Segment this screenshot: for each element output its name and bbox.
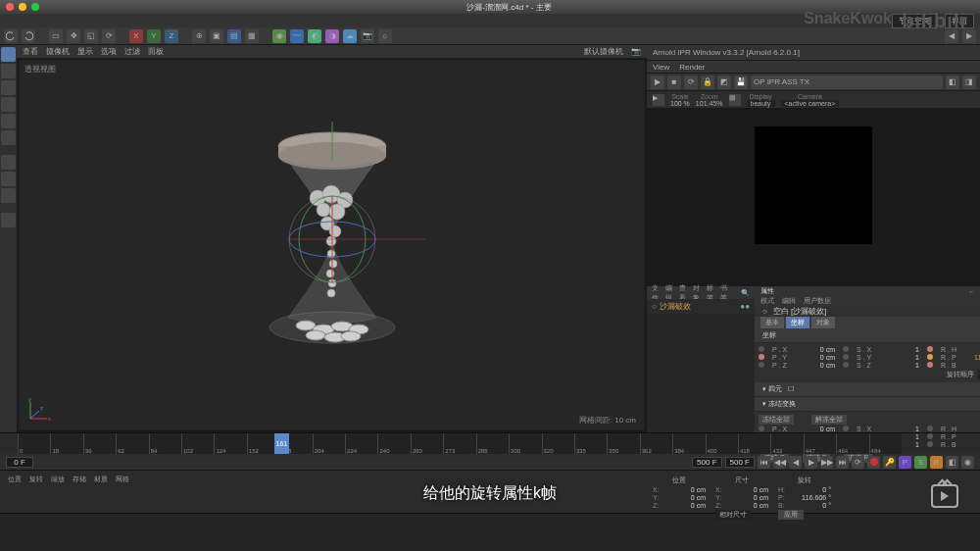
undo-icon[interactable]: [4, 29, 18, 43]
spline-icon[interactable]: 〰: [290, 29, 304, 43]
vp-camera-label[interactable]: 默认摄像机: [584, 46, 623, 57]
render-canvas[interactable]: [755, 126, 872, 244]
key-pos-icon[interactable]: P: [899, 456, 911, 469]
axis-y-button[interactable]: Y: [147, 29, 161, 43]
key-param-icon[interactable]: ◧: [946, 456, 958, 469]
timeline-tick[interactable]: 260: [411, 433, 443, 454]
project-end[interactable]: 500 F: [725, 457, 755, 468]
go-fwd-icon[interactable]: ▶: [962, 29, 976, 43]
ipr-color-icon[interactable]: ◧: [946, 75, 959, 89]
scene-object-hourglass[interactable]: [229, 122, 435, 369]
texture-mode-icon[interactable]: [1, 130, 16, 145]
timeline-ruler[interactable]: 0183662841021241521782042242402602732883…: [18, 433, 902, 454]
key-rot-icon[interactable]: R: [930, 456, 943, 469]
timeline-tick[interactable]: 204: [313, 433, 345, 454]
dropdown-layout[interactable]: 界面: [945, 14, 974, 28]
camera-dropdown[interactable]: <active camera>: [781, 100, 840, 107]
object-tree-row[interactable]: ○ 沙漏破效 ●●: [647, 299, 755, 314]
record-icon[interactable]: [867, 456, 880, 469]
point-mode-icon[interactable]: [1, 80, 16, 95]
timeline-tick[interactable]: 447: [804, 433, 836, 454]
axis-x-button[interactable]: X: [129, 29, 143, 43]
environment-icon[interactable]: ☁: [343, 29, 357, 43]
generator-icon[interactable]: ◐: [308, 29, 321, 43]
poly-mode-icon[interactable]: [1, 114, 16, 128]
tab-object[interactable]: 对象: [811, 317, 835, 328]
snap-icon[interactable]: [1, 172, 16, 186]
timeline-tick[interactable]: 62: [116, 433, 148, 454]
timeline-tick[interactable]: 18: [50, 433, 82, 454]
playhead[interactable]: 161: [274, 433, 290, 454]
tab-basic[interactable]: 基本: [760, 317, 784, 328]
dropdown-nodespace[interactable]: 节点空间: [892, 14, 937, 28]
vp-view[interactable]: 查看: [23, 46, 38, 57]
timeline-tick[interactable]: 300: [509, 433, 541, 454]
goto-end-icon[interactable]: ⏭: [836, 456, 849, 469]
picture-viewer-icon[interactable]: ▦: [245, 29, 259, 43]
timeline-tick[interactable]: 84: [149, 433, 181, 454]
key-scale-icon[interactable]: S: [914, 456, 927, 469]
ipr-stop-icon[interactable]: ■: [667, 75, 681, 89]
visibility-dots-icon[interactable]: ●●: [740, 302, 750, 311]
range-end[interactable]: 500 F: [692, 457, 721, 468]
timeline-tick[interactable]: 0: [18, 433, 50, 454]
coord-mode-icon[interactable]: ⊕: [192, 29, 206, 43]
timeline-tick[interactable]: 320: [542, 433, 574, 454]
timeline-tick[interactable]: 384: [672, 433, 705, 454]
timeline-tick[interactable]: 240: [377, 433, 410, 454]
object-mode-icon[interactable]: [1, 64, 16, 78]
maximize-icon[interactable]: [31, 3, 39, 11]
nav-back-icon[interactable]: ←: [969, 288, 976, 295]
arnold-tab-render[interactable]: Render: [679, 63, 705, 72]
ipr-play-icon[interactable]: ▶: [651, 75, 664, 89]
vp-filter[interactable]: 过滤: [124, 46, 140, 57]
step-back-icon[interactable]: ◀◀: [773, 456, 786, 469]
camera-icon[interactable]: 📷: [361, 29, 374, 43]
render-icon[interactable]: ▣: [210, 29, 223, 43]
ipr-text-icon[interactable]: OP IPR ASS TX: [751, 75, 943, 89]
play-fwd-icon[interactable]: ▶: [805, 456, 817, 469]
size-mode-drop[interactable]: 相对尺寸: [715, 510, 751, 520]
apply-button[interactable]: 应用: [778, 510, 804, 520]
render-settings-icon[interactable]: ▤: [227, 29, 241, 43]
timeline-tick[interactable]: 464: [836, 433, 868, 454]
timeline-tick[interactable]: 224: [345, 433, 377, 454]
ipr-snapshot-icon[interactable]: ◩: [717, 75, 731, 89]
primitive-cube-icon[interactable]: ◉: [272, 29, 286, 43]
vp-camera[interactable]: 摄像机: [46, 46, 70, 57]
search-icon[interactable]: 🔍: [741, 289, 750, 297]
timeline-tick[interactable]: 124: [214, 433, 246, 454]
redo-icon[interactable]: [22, 29, 35, 43]
timeline-tick[interactable]: 36: [83, 433, 116, 454]
ipr-lock-icon[interactable]: 🔒: [701, 75, 714, 89]
workplane-icon[interactable]: [1, 188, 16, 203]
timeline-tick[interactable]: 102: [181, 433, 214, 454]
axis-z-button[interactable]: Z: [165, 29, 178, 43]
channel-icon[interactable]: ▤: [729, 94, 741, 106]
timeline-tick[interactable]: 484: [869, 433, 902, 454]
range-start[interactable]: 0 F: [6, 457, 33, 468]
step-fwd-icon[interactable]: ▶▶: [820, 456, 833, 469]
timeline-tick[interactable]: 273: [443, 433, 475, 454]
key-pla-icon[interactable]: ◉: [961, 456, 974, 469]
timeline-tick[interactable]: 288: [476, 433, 509, 454]
freeze-all-button[interactable]: 冻结全部: [759, 415, 794, 425]
vp-camera-icon[interactable]: 📷: [631, 47, 641, 56]
edge-mode-icon[interactable]: [1, 97, 16, 112]
timeline-tick[interactable]: 362: [640, 433, 672, 454]
viewport-canvas[interactable]: 透视视图: [19, 60, 645, 430]
soft-select-icon[interactable]: [1, 213, 16, 227]
timeline-tick[interactable]: 400: [706, 433, 738, 454]
select-tool-icon[interactable]: ▭: [49, 29, 63, 43]
timeline-tick[interactable]: 335: [574, 433, 607, 454]
move-tool-icon[interactable]: ✥: [67, 29, 80, 43]
vp-display[interactable]: 显示: [77, 46, 93, 57]
quat-checkbox[interactable]: ☐: [788, 385, 794, 392]
loop-icon[interactable]: ⟳: [852, 456, 864, 469]
object-name[interactable]: 沙漏破效: [660, 301, 691, 312]
vp-panel[interactable]: 面板: [148, 46, 164, 57]
go-back-icon[interactable]: ◀: [945, 29, 958, 43]
light-icon[interactable]: ☼: [378, 29, 392, 43]
timeline-tick[interactable]: 418: [738, 433, 770, 454]
model-mode-icon[interactable]: [1, 47, 16, 62]
